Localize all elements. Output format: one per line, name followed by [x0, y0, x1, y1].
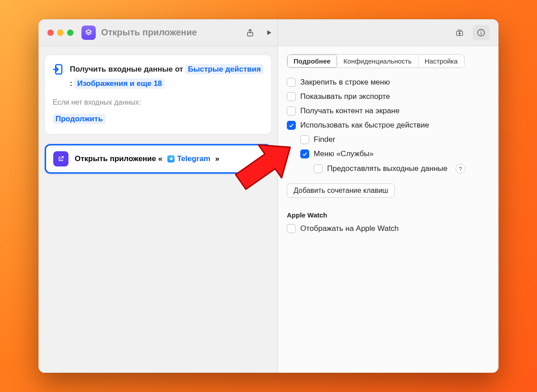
opt-label: Finder: [314, 135, 335, 144]
inspector-tabs: Подробнее Конфиденциальность Настройка: [287, 54, 465, 68]
traffic-lights: [47, 30, 73, 36]
tab-setup[interactable]: Настройка: [418, 55, 464, 68]
tab-privacy[interactable]: Конфиденциальность: [337, 55, 418, 68]
opt-label: Закрепить в строке меню: [300, 78, 390, 87]
checkbox[interactable]: [287, 92, 296, 101]
checkbox[interactable]: [287, 121, 296, 130]
titlebar-right: [278, 19, 499, 46]
input-settings-card[interactable]: Получить входные данные от Быстрые дейст…: [45, 55, 271, 134]
open-app-text: Открыть приложение « Telegram »: [75, 154, 219, 164]
open-app-icon: [53, 151, 68, 166]
zoom-window-button[interactable]: [67, 30, 73, 36]
run-button[interactable]: [260, 25, 277, 40]
opt-show-export[interactable]: Показывать при экспорте: [287, 92, 490, 101]
input-prefix: Получить входные данные от: [70, 65, 183, 73]
library-button[interactable]: [451, 25, 468, 40]
info-button[interactable]: [473, 25, 490, 40]
opt-label: Использовать как быстрое действие: [300, 121, 429, 130]
window-title: Открыть приложение: [101, 27, 242, 38]
window-body: Получить входные данные от Быстрые дейст…: [38, 46, 499, 373]
inspector-pane: Подробнее Конфиденциальность Настройка З…: [278, 46, 499, 373]
app-name: Telegram: [177, 154, 210, 163]
close-window-button[interactable]: [47, 30, 54, 36]
opt-apple-watch[interactable]: Отображать на Apple Watch: [287, 224, 490, 233]
opt-label: Предоставлять выходные данные: [327, 164, 448, 173]
titlebar: Открыть приложение: [38, 19, 499, 46]
checkbox[interactable]: [287, 107, 296, 115]
apple-watch-header: Apple Watch: [287, 211, 490, 219]
options-list: Закрепить в строке меню Показывать при э…: [287, 78, 490, 174]
input-types-token[interactable]: Изображения и еще 18: [74, 78, 165, 89]
no-input-fallback-token[interactable]: Продолжить: [53, 114, 106, 124]
minimize-window-button[interactable]: [57, 30, 64, 36]
open-app-suffix: »: [215, 154, 219, 163]
add-shortcut-button[interactable]: Добавить сочетание клавиш: [287, 183, 395, 198]
opt-use-quick-action[interactable]: Использовать как быстрое действие: [287, 121, 490, 130]
opt-services-menu[interactable]: Меню «Службы»: [287, 149, 490, 158]
checkbox[interactable]: [300, 149, 309, 158]
checkbox[interactable]: [314, 164, 323, 173]
checkbox[interactable]: [287, 224, 296, 233]
titlebar-left: Открыть приложение: [38, 19, 278, 46]
tab-details[interactable]: Подробнее: [287, 55, 337, 68]
share-button[interactable]: [242, 25, 259, 40]
opt-label: Получать контент на экране: [300, 107, 400, 115]
opt-finder[interactable]: Finder: [287, 135, 490, 144]
opt-label: Показывать при экспорте: [300, 92, 390, 101]
editor-pane: Получить входные данные от Быстрые дейст…: [38, 46, 278, 373]
checkbox[interactable]: [287, 78, 296, 87]
opt-get-content[interactable]: Получать контент на экране: [287, 107, 490, 115]
svg-point-4: [481, 30, 482, 31]
help-icon[interactable]: ?: [456, 164, 465, 174]
input-sep: :: [70, 79, 72, 88]
open-app-prefix: Открыть приложение «: [75, 154, 162, 163]
shortcut-icon: [81, 26, 96, 40]
opt-label: Меню «Службы»: [314, 149, 374, 158]
checkbox[interactable]: [300, 135, 309, 144]
app-token[interactable]: Telegram: [165, 154, 213, 164]
telegram-icon: [167, 155, 175, 162]
opt-provide-output[interactable]: Предоставлять выходные данные ?: [287, 164, 490, 174]
opt-pin-menu[interactable]: Закрепить в строке меню: [287, 78, 490, 87]
input-icon: [52, 63, 64, 76]
no-input-label: Если нет входных данных:: [53, 96, 264, 109]
input-source-token[interactable]: Быстрые действия: [185, 64, 264, 74]
open-app-action[interactable]: Открыть приложение « Telegram »: [45, 144, 271, 174]
opt-label: Отображать на Apple Watch: [300, 224, 399, 233]
shortcuts-window: Открыть приложение: [38, 19, 499, 373]
